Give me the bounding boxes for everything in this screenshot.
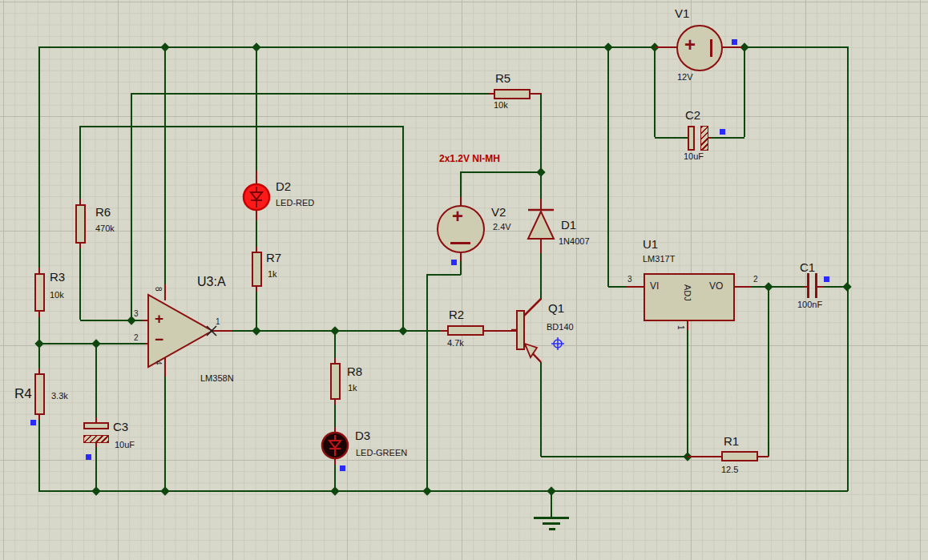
- component-value-label[interactable]: 12.5: [721, 465, 738, 474]
- resistor-R8-body[interactable]: [330, 363, 341, 400]
- wire[interactable]: [256, 46, 257, 171]
- component-ref-label[interactable]: V1: [675, 6, 689, 20]
- wire[interactable]: [540, 252, 542, 300]
- no-connect-x-marker: [206, 325, 217, 336]
- component-value-label[interactable]: 4.7k: [447, 338, 464, 348]
- capacitor-plate-negative[interactable]: [700, 126, 708, 151]
- wire[interactable]: [540, 362, 542, 457]
- resistor-R4-body[interactable]: [34, 373, 45, 415]
- wire[interactable]: [744, 46, 745, 137]
- component-ref-label[interactable]: D3: [355, 429, 370, 442]
- wire[interactable]: [38, 417, 40, 492]
- pin-number: 4: [154, 361, 163, 365]
- resistor-R5-body[interactable]: [494, 89, 531, 99]
- component-value-label[interactable]: 2.4V: [493, 222, 511, 232]
- wire[interactable]: [460, 171, 462, 199]
- wire[interactable]: [131, 93, 492, 95]
- component-ref-label[interactable]: C1: [800, 260, 815, 274]
- wire[interactable]: [711, 137, 744, 139]
- component-ref-label[interactable]: Q1: [548, 301, 564, 315]
- wire[interactable]: [752, 286, 804, 288]
- resistor-R7-body[interactable]: [252, 252, 262, 287]
- wire[interactable]: [39, 46, 655, 48]
- component-ref-label[interactable]: U1: [643, 237, 658, 251]
- resistor-R1-body[interactable]: [721, 451, 758, 461]
- wire[interactable]: [79, 246, 81, 320]
- component-value-label[interactable]: 1k: [268, 269, 277, 279]
- component-ref-label[interactable]: R1: [724, 434, 739, 448]
- wire[interactable]: [334, 404, 336, 429]
- diode-D1-symbol[interactable]: [527, 206, 555, 243]
- schematic-canvas[interactable]: + V1 12V C2 10uF R5 10k 2x1.2V NI-MH + V…: [0, 0, 928, 560]
- component-ref-label[interactable]: C3: [113, 420, 128, 433]
- component-value-label[interactable]: 3.3k: [51, 391, 68, 401]
- capacitor-plate[interactable]: [807, 273, 809, 298]
- wire[interactable]: [80, 126, 403, 127]
- wire[interactable]: [461, 171, 541, 173]
- wire[interactable]: [38, 46, 40, 269]
- transistor-Q1-symbol[interactable]: [511, 295, 545, 369]
- wire[interactable]: [741, 46, 848, 48]
- component-ref-label[interactable]: R8: [347, 365, 362, 378]
- wire[interactable]: [847, 46, 849, 491]
- component-value-label[interactable]: 10uF: [115, 440, 135, 449]
- wire[interactable]: [607, 46, 609, 287]
- wire[interactable]: [256, 219, 257, 251]
- component-value-label[interactable]: 10k: [494, 100, 508, 110]
- component-value-label[interactable]: LM317T: [643, 254, 675, 264]
- junction-dot: [764, 282, 773, 291]
- wire[interactable]: [687, 330, 688, 457]
- wire[interactable]: [164, 46, 166, 284]
- component-value-label[interactable]: 1k: [348, 383, 357, 393]
- component-value-label[interactable]: 12V: [677, 72, 693, 82]
- component-value-label[interactable]: 1N4007: [559, 236, 590, 246]
- component-ref-label[interactable]: R4: [14, 386, 32, 402]
- component-value-label[interactable]: 10k: [50, 290, 64, 300]
- wire[interactable]: [79, 126, 81, 200]
- component-value-label[interactable]: 470k: [95, 224, 115, 233]
- wire[interactable]: [427, 274, 461, 276]
- component-ref-label[interactable]: R2: [449, 308, 464, 321]
- wire[interactable]: [256, 290, 257, 331]
- component-value-label[interactable]: LM358N: [200, 373, 234, 383]
- component-ref-label[interactable]: R3: [50, 270, 65, 284]
- resistor-R3-body[interactable]: [34, 273, 45, 312]
- component-ref-label[interactable]: U3:A: [197, 275, 226, 289]
- wire[interactable]: [164, 377, 166, 491]
- battery-V1-body[interactable]: [676, 25, 723, 71]
- component-ref-label[interactable]: D2: [276, 179, 291, 193]
- wire[interactable]: [426, 274, 428, 491]
- resistor-R6-body[interactable]: [75, 204, 86, 244]
- led-D3-symbol[interactable]: [321, 431, 349, 460]
- capacitor-plate-negative[interactable]: [83, 435, 109, 443]
- component-value-label[interactable]: LED-GREEN: [356, 448, 407, 457]
- wire[interactable]: [540, 93, 542, 199]
- capacitor-plate-positive[interactable]: [688, 126, 695, 151]
- led-D2-symbol[interactable]: [242, 183, 271, 212]
- component-ref-label[interactable]: V2: [491, 205, 506, 219]
- resistor-R2-body[interactable]: [447, 325, 484, 336]
- component-ref-label[interactable]: D1: [561, 218, 576, 232]
- component-ref-label[interactable]: R7: [266, 251, 281, 264]
- component-ref-label[interactable]: R6: [95, 205, 111, 219]
- wire[interactable]: [402, 126, 404, 331]
- component-ref-label[interactable]: R5: [495, 71, 510, 85]
- wire[interactable]: [131, 93, 132, 320]
- component-value-label[interactable]: LED-RED: [276, 198, 314, 207]
- component-value-label[interactable]: 100nF: [797, 300, 822, 309]
- battery-type-annotation[interactable]: 2x1.2V NI-MH: [439, 153, 500, 164]
- wire[interactable]: [541, 456, 688, 457]
- component-value-label[interactable]: BD140: [547, 322, 574, 332]
- wire[interactable]: [95, 445, 97, 492]
- capacitor-plate[interactable]: [815, 273, 817, 298]
- wire[interactable]: [654, 46, 656, 137]
- wire[interactable]: [608, 286, 626, 288]
- component-value-label[interactable]: 10uF: [684, 151, 704, 161]
- wire[interactable]: [95, 343, 97, 419]
- component-ref-label[interactable]: C2: [685, 108, 700, 122]
- wire[interactable]: [460, 260, 462, 275]
- component-lead: [687, 320, 688, 330]
- wire[interactable]: [768, 286, 769, 457]
- wire[interactable]: [655, 137, 687, 139]
- capacitor-plate-positive[interactable]: [83, 422, 109, 429]
